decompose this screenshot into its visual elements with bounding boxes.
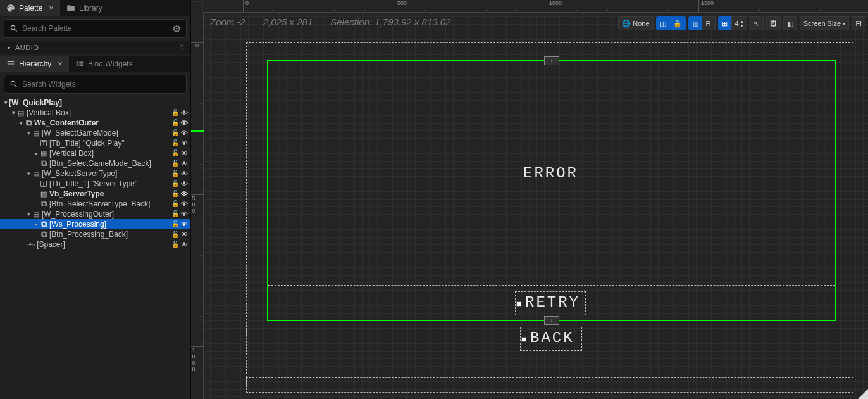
eye-icon[interactable]: 👁 — [181, 129, 188, 137]
tab-palette[interactable]: Palette × — [0, 0, 60, 16]
search-icon — [9, 24, 18, 33]
tab-bind-widgets[interactable]: Bind Widgets — [69, 56, 139, 72]
eye-icon[interactable]: 👁 — [181, 231, 188, 238]
unlock-icon[interactable]: 🔓 — [171, 180, 179, 187]
hierarchy-icon — [6, 60, 15, 68]
tree-label: [W_QuickPlay] — [9, 98, 62, 107]
unlock-icon[interactable]: 🔓 — [171, 119, 179, 127]
unlock-icon[interactable]: 🔓 — [171, 170, 179, 177]
chevron-down-icon: ▾ — [10, 110, 16, 116]
retry-text-widget[interactable]: RETRY — [525, 294, 580, 311]
unlock-icon[interactable]: 🔓 — [171, 200, 179, 208]
palette-search-input[interactable] — [22, 24, 168, 33]
vbox-icon: ▤ — [39, 190, 48, 198]
eye-icon[interactable]: 👁 — [181, 160, 188, 167]
eye-icon[interactable]: 👁 — [181, 109, 188, 117]
category-audio[interactable]: ▸ AUDIO ⠿ — [0, 41, 190, 54]
category-label: AUDIO — [15, 44, 39, 51]
unlock-icon[interactable]: 🔓 — [171, 160, 179, 167]
tree-spacer[interactable]: ↔•↔[Spacer]🔓👁 — [0, 239, 190, 250]
tree-vb-server-type[interactable]: ▤Vb_ServerType🔓👁 — [0, 189, 190, 199]
switcher-icon: ⧉ — [39, 199, 48, 209]
hierarchy-tab-row: Hierarchy × Bind Widgets — [0, 56, 190, 72]
tab-hierarchy-label: Hierarchy — [19, 60, 51, 68]
tree-label: [Spacer] — [37, 240, 65, 249]
grip-icon[interactable]: ⠿ — [180, 44, 184, 52]
tree-label: [Btn_SelectServerType_Back] — [49, 200, 150, 208]
error-text-widget[interactable]: ERROR — [523, 165, 578, 182]
ruler-tick: 500 — [191, 195, 196, 214]
tree-vbox2[interactable]: ▸▤[Vertical Box]🔓👁 — [0, 148, 190, 158]
tree-label: [Tb_Title] "Quick Play" — [49, 139, 125, 148]
bind-icon — [75, 60, 84, 68]
tree-btn-sgm-back[interactable]: ⧉[Btn_SelectGameMode_Back]🔓👁 — [0, 158, 190, 168]
vbox-icon: ▤ — [16, 109, 25, 117]
unlock-icon[interactable]: 🔓 — [171, 190, 179, 198]
eye-icon[interactable]: 👁 — [181, 170, 188, 177]
tree-ws-processing[interactable]: ▸⧉[Ws_Processing]🔓👁 — [0, 219, 190, 229]
eye-icon[interactable]: 👁 — [181, 210, 188, 218]
tree-label: [W_SelectGameMode] — [42, 129, 118, 137]
tree-ws-content-outer[interactable]: ▾⧉Ws_ContentOuter🔓👁 — [0, 118, 190, 128]
tree-label: Vb_ServerType — [49, 189, 104, 198]
eye-icon[interactable]: 👁 — [181, 241, 188, 248]
folder-icon — [66, 4, 75, 13]
close-icon[interactable]: × — [49, 3, 54, 13]
resize-corner[interactable] — [858, 389, 868, 399]
unlock-icon[interactable]: 🔓 — [171, 210, 179, 218]
tree-w-select-server-type[interactable]: ▾▤[W_SelectServerType]🔓👁 — [0, 168, 190, 179]
tree-tb-title[interactable]: T[Tb_Title] "Quick Play"🔓👁 — [0, 138, 190, 148]
hierarchy-search[interactable] — [4, 75, 187, 94]
close-icon[interactable]: × — [58, 59, 63, 68]
tree-btn-sst-back[interactable]: ⧉[Btn_SelectServerType_Back]🔓👁 — [0, 199, 190, 209]
palette-search[interactable]: ⚙ — [4, 19, 187, 38]
ruler-tick: 0 — [245, 0, 249, 6]
tree-btn-processing-back[interactable]: ⧉[Btn_Processing_Back]🔓👁 — [0, 229, 190, 239]
chevron-right-icon: ▸ — [6, 44, 13, 51]
tree-label: [Vertical Box] — [49, 149, 94, 158]
tree-label: [W_SelectServerType] — [42, 169, 117, 178]
search-icon — [9, 80, 18, 89]
hierarchy-search-input[interactable] — [22, 80, 181, 89]
widget-handle[interactable] — [516, 301, 521, 307]
eye-icon[interactable]: 👁 — [181, 180, 188, 187]
palette-tab-row: Palette × Library — [0, 0, 190, 16]
hierarchy-tree: ▾[W_QuickPlay] ▾▤[Vertical Box]🔓👁 ▾⧉Ws_C… — [0, 96, 190, 399]
unlock-icon[interactable]: 🔓 — [171, 149, 179, 157]
unlock-icon[interactable]: 🔓 — [171, 241, 179, 248]
chevron-down-icon: ▾ — [25, 130, 32, 136]
unlock-icon[interactable]: 🔓 — [171, 139, 179, 147]
eye-icon[interactable]: 👁 — [181, 220, 188, 228]
tree-vbox[interactable]: ▾▤[Vertical Box]🔓👁 — [0, 108, 190, 118]
tree-w-select-game-mode[interactable]: ▾▤[W_SelectGameMode]🔓👁 — [0, 128, 190, 138]
eye-icon[interactable]: 👁 — [181, 190, 188, 198]
arrow-up-icon: ↑ — [550, 57, 554, 64]
tab-library[interactable]: Library — [60, 0, 109, 16]
chevron-down-icon: ▾ — [25, 170, 32, 177]
selection-handle-bottom[interactable]: ↓ — [544, 316, 559, 325]
eye-icon[interactable]: 👁 — [181, 200, 188, 208]
designer-viewport[interactable]: 0 500 1000 1500 0 500 1000 Zoom -2 2,025… — [191, 0, 868, 399]
ruler-tick: 1000 — [549, 0, 562, 6]
tab-hierarchy[interactable]: Hierarchy × — [0, 56, 69, 72]
selection-box[interactable]: ↑ ↓ — [267, 60, 836, 321]
arrow-down-icon: ↓ — [550, 317, 554, 324]
vbox-icon: ▤ — [32, 170, 40, 178]
viewport-content[interactable]: ↑ ↓ ERROR RETRY BACK — [204, 13, 868, 399]
unlock-icon[interactable]: 🔓 — [171, 129, 179, 137]
outline-divider — [268, 285, 835, 286]
eye-icon[interactable]: 👁 — [181, 119, 188, 127]
selection-handle-top[interactable]: ↑ — [544, 56, 559, 65]
tree-w-processing-outer[interactable]: ▾▤[W_ProcessingOuter]🔓👁 — [0, 209, 190, 219]
unlock-icon[interactable]: 🔓 — [171, 231, 179, 238]
unlock-icon[interactable]: 🔓 — [171, 109, 179, 117]
ruler-tick: 500 — [397, 0, 407, 6]
left-panel: Palette × Library ⚙ ▸ AUDIO ⠿ Hierarchy … — [0, 0, 191, 399]
tree-tb-title1[interactable]: T[Tb_Title_1] "Server Type"🔓👁 — [0, 179, 190, 189]
chevron-down-icon: ▾ — [18, 120, 24, 126]
eye-icon[interactable]: 👁 — [181, 149, 188, 157]
unlock-icon[interactable]: 🔓 — [171, 220, 179, 228]
eye-icon[interactable]: 👁 — [181, 139, 188, 147]
settings-icon[interactable]: ⚙ — [172, 23, 181, 35]
tree-root[interactable]: ▾[W_QuickPlay] — [0, 98, 190, 108]
